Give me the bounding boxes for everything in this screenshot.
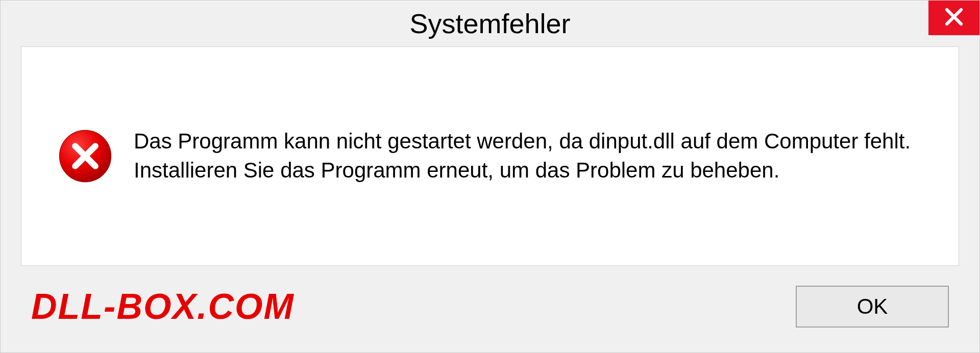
close-button[interactable]	[928, 1, 979, 35]
close-icon	[943, 6, 965, 30]
dialog-footer: DLL-BOX.COM OK	[1, 276, 979, 352]
ok-button[interactable]: OK	[796, 286, 949, 327]
content-area: Das Programm kann nicht gestartet werden…	[21, 46, 959, 266]
error-message: Das Programm kann nicht gestartet werden…	[134, 127, 923, 185]
dialog-title: Systemfehler	[409, 8, 570, 39]
error-icon	[57, 128, 113, 184]
error-dialog: Systemfehler	[0, 0, 980, 353]
watermark-text: DLL-BOX.COM	[31, 286, 295, 327]
titlebar: Systemfehler	[1, 1, 979, 46]
